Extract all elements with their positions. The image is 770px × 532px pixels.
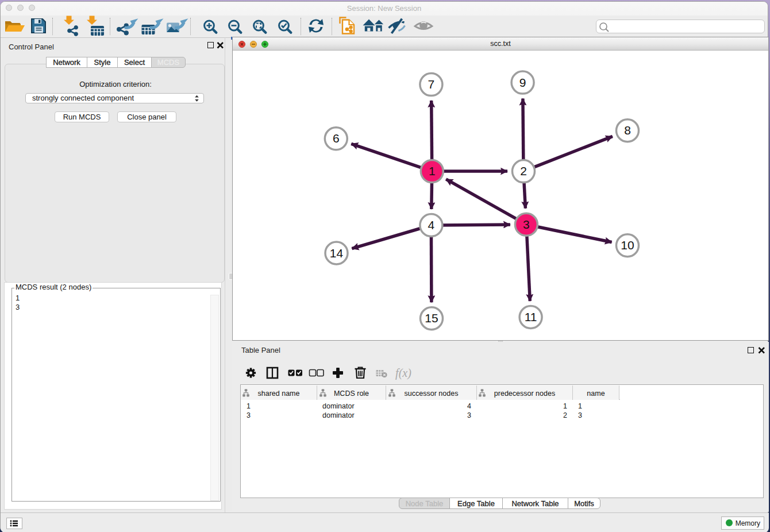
svg-text:f(x): f(x) — [395, 367, 411, 380]
svg-text:8: 8 — [624, 124, 631, 137]
svg-text:7: 7 — [428, 78, 435, 91]
svg-text:9: 9 — [519, 76, 526, 89]
svg-text:6: 6 — [333, 132, 340, 145]
svg-text:10: 10 — [621, 238, 634, 252]
svg-text:3: 3 — [523, 218, 530, 231]
svg-text:14: 14 — [330, 246, 344, 260]
svg-text:11: 11 — [525, 310, 537, 323]
svg-text:15: 15 — [425, 311, 438, 325]
svg-text:4: 4 — [428, 218, 435, 232]
svg-text:1: 1 — [429, 164, 436, 178]
svg-text:2: 2 — [520, 164, 527, 178]
